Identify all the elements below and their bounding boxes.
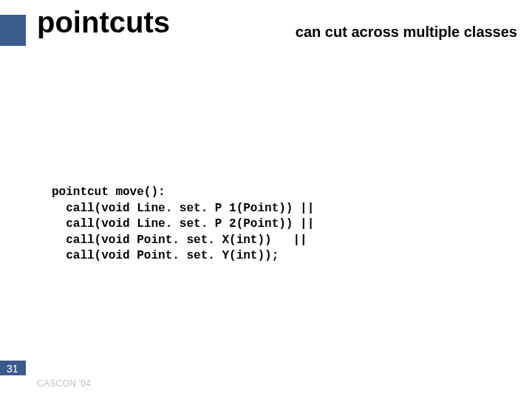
- code-line: call(void Line. set. P 2(Point)) ||: [52, 217, 314, 231]
- title-accent-bar: [0, 15, 26, 46]
- code-line: call(void Point. set. X(int)) ||: [52, 233, 307, 247]
- code-line: call(void Point. set. Y(int));: [52, 249, 279, 262]
- page-subtitle: can cut across multiple classes: [296, 24, 517, 41]
- code-signature: move():: [109, 185, 166, 199]
- code-line: call(void Line. set. P 1(Point)) ||: [52, 202, 314, 215]
- page-title: pointcuts: [37, 6, 170, 39]
- footer-conference: CASCON '04: [37, 378, 91, 389]
- code-block: pointcut move(): call(void Line. set. P …: [52, 185, 314, 265]
- code-keyword: pointcut: [52, 185, 109, 199]
- slide-number: 31: [7, 363, 18, 375]
- slide: pointcuts can cut across multiple classe…: [0, 0, 532, 399]
